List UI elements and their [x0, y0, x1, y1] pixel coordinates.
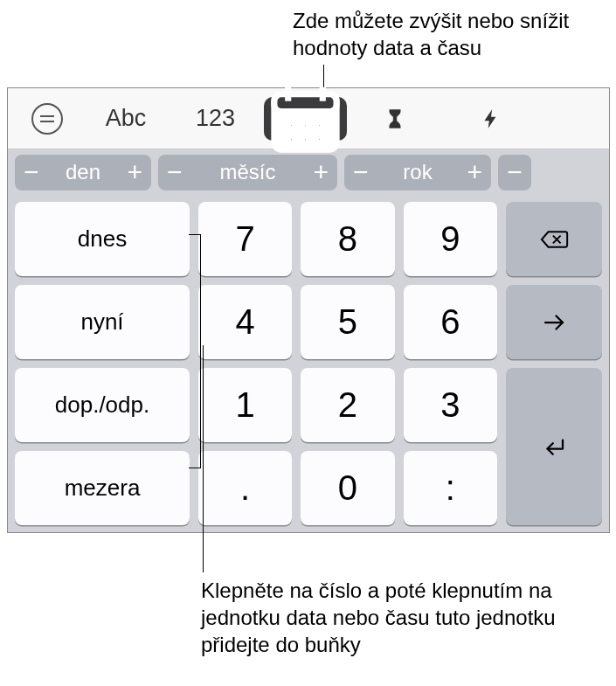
svg-point-6 — [315, 121, 322, 128]
keypad: dnes 7 8 9 nyní 4 5 6 dop./odp. 1 2 3 — [8, 195, 609, 532]
year-plus[interactable]: + — [467, 157, 482, 187]
toolbar: Abc 123 — [8, 88, 609, 149]
calendar-icon — [264, 77, 347, 160]
hourglass-icon — [384, 106, 406, 132]
duration-button[interactable] — [347, 97, 443, 141]
callout-bracket — [189, 234, 201, 468]
year-adjuster: − rok + — [344, 155, 491, 190]
space-key[interactable]: mezera — [15, 451, 190, 525]
123-button[interactable]: 123 — [174, 97, 257, 141]
menu-icon — [31, 103, 63, 135]
return-key[interactable] — [506, 368, 602, 525]
backspace-icon — [538, 228, 570, 251]
svg-point-4 — [288, 121, 295, 128]
svg-point-7 — [288, 135, 295, 142]
arrow-right-icon — [541, 309, 567, 336]
svg-point-8 — [302, 135, 309, 142]
unit-adjuster-row: − den + − měsíc + − rok + − — [8, 149, 609, 195]
year-minus[interactable]: − — [353, 157, 369, 187]
callout-top: Zde můžete zvýšit nebo snížit hodnoty da… — [293, 7, 607, 61]
key-3[interactable]: 3 — [404, 368, 497, 442]
backspace-key[interactable] — [506, 202, 602, 276]
month-plus[interactable]: + — [313, 157, 329, 187]
date-time-keyboard: Abc 123 — [7, 87, 610, 533]
svg-point-5 — [302, 121, 309, 128]
bolt-icon — [480, 105, 502, 133]
unit-minus-icon: − — [507, 157, 523, 187]
month-label: měsíc — [193, 160, 303, 184]
calendar-button[interactable] — [264, 97, 347, 141]
key-7[interactable]: 7 — [198, 202, 292, 276]
day-adjuster: − den + — [15, 155, 151, 190]
return-icon — [541, 433, 567, 460]
menu-button[interactable] — [17, 97, 78, 141]
key-2[interactable]: 2 — [301, 368, 394, 442]
day-minus[interactable]: − — [24, 157, 39, 187]
month-minus[interactable]: − — [167, 157, 183, 187]
svg-point-9 — [315, 135, 322, 142]
month-adjuster: − měsíc + — [158, 155, 337, 190]
next-key[interactable] — [506, 285, 602, 359]
callout-bottom: Klepněte na číslo a poté klepnutím na je… — [201, 577, 603, 659]
key-6[interactable]: 6 — [404, 285, 497, 359]
now-key[interactable]: nyní — [15, 285, 190, 359]
key-0[interactable]: 0 — [301, 451, 394, 525]
key-9[interactable]: 9 — [404, 202, 497, 276]
day-label: den — [50, 160, 117, 184]
callout-line-bottom — [203, 345, 204, 572]
key-4[interactable]: 4 — [198, 285, 292, 359]
flash-button[interactable] — [443, 97, 539, 141]
next-adjuster-partial[interactable]: − — [498, 155, 531, 190]
key-dot[interactable]: . — [198, 451, 292, 525]
today-key[interactable]: dnes — [15, 202, 190, 276]
key-colon[interactable]: : — [404, 451, 497, 525]
key-5[interactable]: 5 — [301, 285, 394, 359]
svg-rect-1 — [274, 94, 336, 112]
key-1[interactable]: 1 — [198, 368, 292, 442]
day-plus[interactable]: + — [127, 157, 142, 187]
ampm-key[interactable]: dop./odp. — [15, 368, 190, 442]
key-8[interactable]: 8 — [301, 202, 394, 276]
year-label: rok — [379, 160, 457, 184]
abc-button[interactable]: Abc — [78, 97, 174, 141]
